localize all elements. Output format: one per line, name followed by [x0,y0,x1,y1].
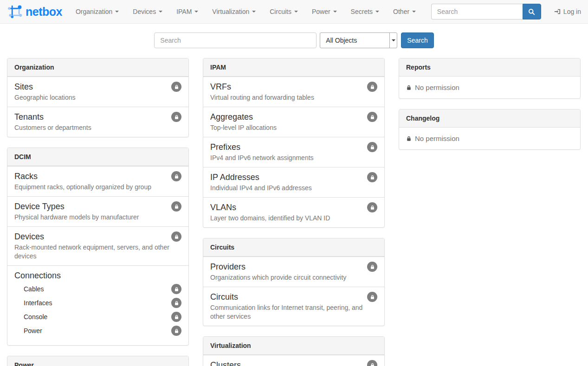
panel-item-sites[interactable]: Sites Geographic locations [7,77,188,107]
lock-icon [367,112,377,122]
global-search-form: All Objects Search [0,32,588,48]
panel-item-providers[interactable]: Providers Organizations which provide ci… [203,257,384,287]
item-description: Layer two domains, identified by VLAN ID [210,214,377,223]
item-description: Physical hardware models by manufacturer [14,213,181,222]
lock-icon [171,171,181,181]
chevron-down-icon [333,11,337,13]
panel-item-ip-addresses[interactable]: IP Addresses Individual IPv4 and IPv6 ad… [203,167,384,197]
login-link[interactable]: Log in [541,8,581,15]
lock-icon [171,298,181,308]
item-description: Geographic locations [14,93,181,102]
nav-item-other[interactable]: Other [386,0,423,23]
lock-icon [367,142,377,152]
panel-circuits: Circuits Providers Organizations which p… [203,238,385,326]
panel-item-connections: Connections Cables Interfaces [7,265,188,345]
item-description: Top-level IP allocations [210,123,377,132]
panel-changelog: Changelog No permission [399,109,581,150]
link-label[interactable]: Console [24,313,47,321]
item-title[interactable]: Aggregates [210,112,377,122]
panel-title: Virtualization [203,337,384,355]
global-search-button[interactable]: Search [401,32,433,48]
navbar-search-input[interactable] [431,4,523,19]
nav-item-circuits[interactable]: Circuits [263,0,305,23]
netbox-logo-icon [7,3,24,20]
panel-item-device-types[interactable]: Device Types Physical hardware models by… [7,196,188,226]
item-title[interactable]: Circuits [210,292,377,302]
link-label[interactable]: Cables [24,285,44,293]
item-title[interactable]: Prefixes [210,142,377,152]
item-title[interactable]: Devices [14,231,181,242]
item-description: Communication links for Internet transit… [210,303,377,321]
search-icon [528,8,535,15]
item-title[interactable]: Clusters [210,360,377,366]
lock-icon [171,112,181,122]
panel-item-circuits[interactable]: Circuits Communication links for Interne… [203,287,384,326]
no-permission-message: No permission [399,128,580,149]
panel-title: Changelog [399,109,580,128]
chevron-down-icon [194,11,198,13]
panel-item-aggregates[interactable]: Aggregates Top-level IP allocations [203,107,384,137]
item-description: Rack-mounted network equipment, servers,… [14,243,181,261]
panel-item-devices[interactable]: Devices Rack-mounted network equipment, … [7,226,188,265]
panel-dcim: DCIM Racks Equipment racks, optionally o… [7,148,189,346]
item-title[interactable]: VLANs [210,202,377,212]
nav-item-devices[interactable]: Devices [126,0,169,23]
lock-icon [367,172,377,182]
nav-item-secrets[interactable]: Secrets [344,0,386,23]
navbar: netbox Organization Devices IPAM Virtual… [0,0,588,24]
netbox-brand[interactable]: netbox [7,3,62,20]
dashboard: Organization Sites Geographic locations … [0,58,588,366]
item-title[interactable]: Tenants [14,112,181,122]
item-description: Individual IPv4 and IPv6 addresses [210,184,377,193]
panel-title: IPAM [203,58,384,77]
panel-virtualization: Virtualization Clusters [203,336,385,366]
chevron-down-icon [115,11,119,13]
link-row-interfaces[interactable]: Interfaces [14,298,181,308]
item-title[interactable]: Device Types [14,201,181,212]
nav-item-label: Organization [76,8,112,15]
panel-item-vlans[interactable]: VLANs Layer two domains, identified by V… [203,197,384,227]
panel-title: Circuits [203,238,384,257]
nav-item-label: Devices [133,8,156,15]
column-right: Reports No permission Changelog No permi… [399,58,581,160]
panel-item-prefixes[interactable]: Prefixes IPv4 and IPv6 network assignmen… [203,137,384,167]
select-dropdown-strip[interactable] [389,33,397,48]
nav-item-power[interactable]: Power [305,0,344,23]
object-type-selected: All Objects [320,33,389,48]
navbar-search-button[interactable] [523,4,541,19]
panel-ipam: IPAM VRFs Virtual routing and forwarding… [203,58,385,228]
nav-item-virtualization[interactable]: Virtualization [205,0,263,23]
global-search-input[interactable] [154,32,317,48]
chevron-down-icon [252,11,256,13]
panel-item-clusters[interactable]: Clusters [203,355,384,366]
item-description: Customers or departments [14,123,181,132]
panel-organization: Organization Sites Geographic locations … [7,58,189,137]
item-title[interactable]: VRFs [210,82,377,92]
lock-icon [367,202,377,212]
chevron-down-icon [412,11,416,13]
panel-item-tenants[interactable]: Tenants Customers or departments [7,107,188,137]
panel-power: Power [7,356,189,366]
item-title[interactable]: Racks [14,171,181,181]
item-description: Organizations which provide circuit conn… [210,273,377,282]
nav-item-ipam[interactable]: IPAM [169,0,205,23]
panel-item-racks[interactable]: Racks Equipment racks, optionally organi… [7,166,188,196]
brand-text: netbox [26,5,62,19]
link-row-power[interactable]: Power [14,326,181,336]
object-type-select[interactable]: All Objects [320,32,397,48]
lock-icon [171,312,181,322]
item-title[interactable]: IP Addresses [210,172,377,182]
link-row-console[interactable]: Console [14,312,181,322]
nav-item-organization[interactable]: Organization [69,0,126,23]
item-title[interactable]: Providers [210,262,377,272]
item-title[interactable]: Sites [14,82,181,92]
no-permission-message: No permission [399,77,580,98]
link-label[interactable]: Interfaces [24,299,52,307]
link-label[interactable]: Power [24,327,42,334]
navbar-right: Log in [431,4,581,19]
link-row-cables[interactable]: Cables [14,284,181,294]
lock-icon [171,284,181,294]
connections-group-title: Connections [14,270,181,281]
item-description: Equipment racks, optionally organized by… [14,183,181,192]
panel-item-vrfs[interactable]: VRFs Virtual routing and forwarding tabl… [203,77,384,107]
